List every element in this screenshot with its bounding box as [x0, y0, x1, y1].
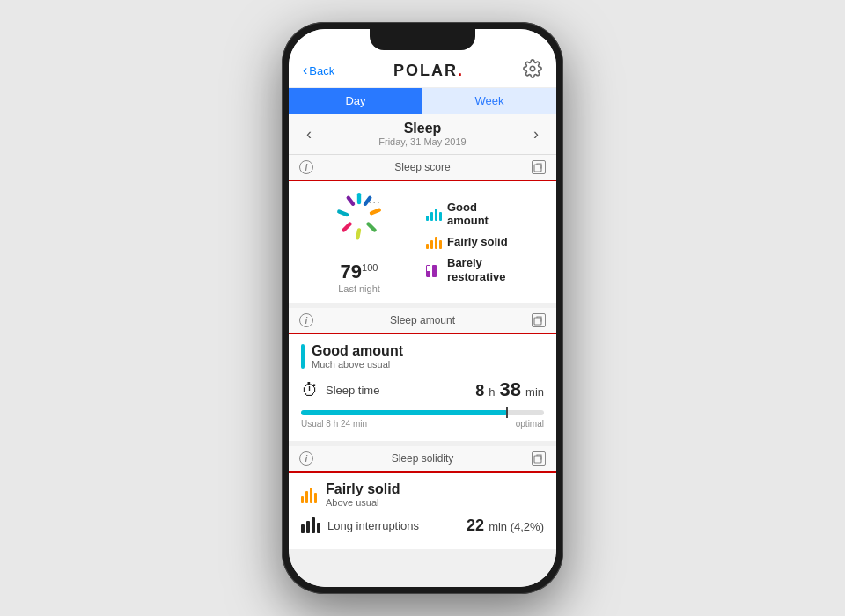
- info-icon-solidity[interactable]: i: [299, 451, 313, 466]
- sleep-time-label: Sleep time: [326, 384, 379, 397]
- score-right: Goodamount Fairly solid: [419, 201, 546, 283]
- amount-header: Good amount Much above usual: [301, 343, 544, 370]
- notch: [370, 29, 475, 50]
- page-header: ‹ Sleep Friday, 31 May 2019 ›: [289, 114, 556, 155]
- solidity-subtitle: Above usual: [326, 497, 400, 508]
- svg-line-9: [339, 212, 347, 216]
- score-number: 79100: [341, 260, 378, 282]
- progress-labels: Usual 8 h 24 min optimal: [301, 419, 544, 429]
- interruptions-label: Long interruptions: [327, 519, 419, 532]
- back-label: Back: [309, 64, 334, 77]
- svg-rect-10: [534, 318, 541, 325]
- sleep-score-body: ...: [289, 181, 556, 303]
- sleep-amount-body: Good amount Much above usual ⏱ Sleep tim…: [289, 334, 556, 441]
- solidity-icon: [301, 486, 317, 503]
- back-chevron-icon: ‹: [303, 62, 307, 78]
- prev-arrow[interactable]: ‹: [303, 125, 315, 143]
- sleep-amount-label: Sleep amount: [313, 314, 532, 326]
- svg-rect-11: [534, 456, 541, 463]
- good-amount-icon: [426, 207, 442, 221]
- metric-good-amount: Goodamount: [426, 201, 546, 228]
- page-header-center: Sleep Friday, 31 May 2019: [378, 121, 466, 147]
- interruptions-unit: min (4,2%): [489, 520, 544, 533]
- sleep-time-row: ⏱ Sleep time 8 h 38 min: [301, 378, 544, 401]
- svg-line-7: [357, 231, 359, 238]
- metric-fairly-solid: Fairly solid: [426, 235, 546, 249]
- sleep-time-left: ⏱ Sleep time: [301, 380, 379, 400]
- progress-marker: [506, 407, 508, 418]
- usual-label: Usual 8 h 24 min: [301, 419, 367, 429]
- app-header: ‹ Back POLAR.: [289, 54, 556, 88]
- svg-rect-13: [306, 521, 310, 533]
- spinner-container: ...: [328, 190, 390, 255]
- export-icon-amount[interactable]: [532, 313, 546, 327]
- amount-title: Good amount: [312, 343, 403, 359]
- solidity-header-row: Fairly solid Above usual: [301, 481, 544, 508]
- sleep-amount-header: i Sleep amount: [289, 308, 556, 334]
- sleep-score-section: i Sleep score ...: [289, 155, 556, 303]
- sleep-solidity-header: i Sleep solidity: [289, 446, 556, 473]
- svg-point-0: [530, 66, 535, 71]
- amount-subtitle: Much above usual: [312, 359, 403, 370]
- sleep-score-label: Sleep score: [313, 161, 532, 173]
- phone-frame: ‹ Back POLAR. Day Week ‹ Sleep Frida: [282, 22, 563, 594]
- svg-rect-15: [317, 523, 320, 533]
- sleep-solidity-section: i Sleep solidity: [289, 446, 556, 549]
- interruptions-icon: [301, 517, 320, 535]
- barely-restorative-label: Barelyrestorative: [447, 256, 505, 283]
- gear-icon[interactable]: [523, 59, 542, 82]
- barely-restorative-icon: [426, 263, 442, 277]
- amount-text: Good amount Much above usual: [312, 343, 403, 370]
- content-scroll[interactable]: i Sleep score ...: [289, 155, 556, 587]
- good-amount-label: Goodamount: [447, 201, 489, 228]
- sleep-score-header: i Sleep score: [289, 155, 556, 181]
- more-dots[interactable]: ...: [368, 192, 381, 206]
- sleep-solidity-label: Sleep solidity: [313, 452, 532, 465]
- next-arrow[interactable]: ›: [530, 125, 542, 143]
- metric-barely-restorative: Barelyrestorative: [426, 256, 546, 283]
- svg-line-8: [344, 224, 350, 231]
- optimal-label: optimal: [516, 419, 544, 429]
- svg-rect-14: [312, 517, 315, 533]
- page-title: Sleep: [378, 121, 466, 136]
- solidity-body: Fairly solid Above usual L: [289, 473, 556, 549]
- svg-rect-1: [534, 165, 541, 172]
- interruptions-left: Long interruptions: [301, 517, 419, 535]
- score-context: Last night: [338, 283, 380, 294]
- sleep-time-value: 8 h 38 min: [475, 378, 544, 401]
- score-left: ...: [299, 190, 419, 294]
- progress-area: Usual 8 h 24 min optimal: [301, 410, 544, 429]
- fairly-solid-label: Fairly solid: [447, 235, 508, 249]
- amount-indicator-icon: [301, 344, 305, 369]
- svg-line-6: [369, 224, 375, 231]
- polar-logo: POLAR.: [393, 62, 464, 80]
- progress-track: [301, 410, 544, 415]
- score-display: 79100: [341, 260, 378, 283]
- phone-screen: ‹ Back POLAR. Day Week ‹ Sleep Frida: [289, 29, 556, 587]
- tab-day[interactable]: Day: [289, 88, 422, 114]
- info-icon-amount[interactable]: i: [299, 313, 313, 327]
- page-subtitle: Friday, 31 May 2019: [378, 136, 466, 147]
- export-icon-solidity[interactable]: [532, 451, 546, 466]
- clock-icon: ⏱: [301, 380, 319, 400]
- interruptions-value: 22 min (4,2%): [467, 517, 544, 535]
- info-icon[interactable]: i: [299, 160, 313, 174]
- svg-line-2: [349, 198, 353, 204]
- sleep-amount-section: i Sleep amount Good amount Mu: [289, 308, 556, 441]
- fairly-solid-icon: [426, 235, 442, 249]
- solidity-text: Fairly solid Above usual: [326, 481, 400, 508]
- svg-line-5: [371, 210, 379, 214]
- svg-rect-12: [301, 524, 305, 533]
- progress-fill: [301, 410, 508, 415]
- interruptions-row: Long interruptions 22 min (4,2%): [301, 517, 544, 535]
- solidity-title: Fairly solid: [326, 481, 400, 497]
- tab-bar: Day Week: [289, 88, 556, 114]
- export-icon[interactable]: [532, 160, 546, 174]
- tab-week[interactable]: Week: [422, 88, 556, 114]
- back-button[interactable]: ‹ Back: [303, 62, 334, 78]
